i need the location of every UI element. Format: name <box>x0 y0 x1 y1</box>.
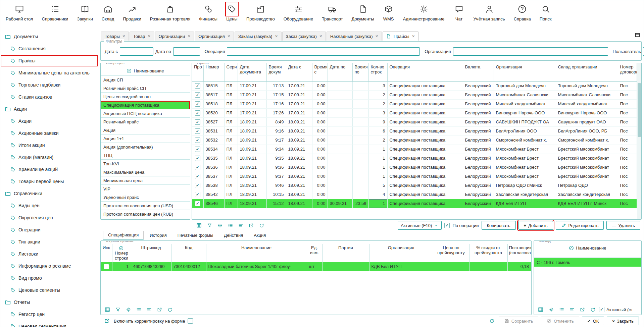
filter-icon[interactable] <box>114 306 122 314</box>
sidebar-group-0[interactable]: Документы <box>0 31 98 43</box>
document-tab-1[interactable]: Товар× <box>130 32 154 41</box>
cancel-button[interactable]: Отменить <box>541 317 579 325</box>
operation-row-9[interactable]: ТПЦ <box>101 151 190 160</box>
price-row-38535[interactable]: 38535ПЛ18.09.219:3518.09.210:001Специфик… <box>192 154 637 163</box>
sidebar-item-2-1[interactable]: Округления цен <box>0 212 98 224</box>
form-correction-icon[interactable] <box>103 317 111 325</box>
price-column-1[interactable]: Номер <box>203 63 224 81</box>
operation-row-10[interactable]: Топ-KVI <box>101 160 190 168</box>
sidebar-item-1-0[interactable]: Акции <box>0 115 98 127</box>
open-external-icon[interactable] <box>578 306 586 314</box>
top-menu-item-10[interactable]: Транспорт <box>322 3 343 21</box>
price-line-column-8[interactable]: Цена по прейскуранту <box>433 244 469 262</box>
top-menu-item-6[interactable]: Финансы <box>199 3 217 21</box>
grid-view-icon[interactable] <box>195 221 203 229</box>
detail-tab-4[interactable]: Акция <box>249 231 270 239</box>
settings-gear-icon[interactable] <box>124 306 132 314</box>
line-list-icon[interactable] <box>237 221 245 229</box>
sidebar-item-3-1[interactable]: Ценовая сегментация <box>0 320 98 327</box>
operation-row-1[interactable]: Розничный прайс СП <box>101 84 190 93</box>
top-menu-item-8[interactable]: Производство <box>246 3 275 21</box>
numbered-list-icon[interactable] <box>226 221 234 229</box>
price-column-6[interactable]: Время с <box>312 63 328 81</box>
filter-input-1[interactable] <box>173 47 200 56</box>
close-tab-icon[interactable]: × <box>228 34 230 39</box>
row-checkbox[interactable] <box>195 101 200 107</box>
warehouse-row-0[interactable]: С - 196 г. Гомель <box>534 258 641 267</box>
sidebar-group-2[interactable]: Справочники <box>0 187 98 200</box>
price-line-column-2[interactable]: Штрихкод <box>131 244 171 262</box>
price-line-column-0[interactable]: Иск <box>101 244 112 262</box>
price-column-3[interactable]: Дата документа <box>238 63 266 81</box>
price-line-column-6[interactable]: Партия <box>322 244 369 262</box>
price-column-2[interactable]: Сери <box>224 63 238 81</box>
price-row-38538[interactable]: 38538ПЛ18.09.219:4618.09.210:005Специфик… <box>192 181 637 190</box>
document-tab-2[interactable]: Организации× <box>155 32 194 41</box>
top-menu-item-12[interactable]: WMS <box>383 3 394 21</box>
sidebar-item-1-3[interactable]: Акции (магазин) <box>0 151 98 163</box>
ok-button[interactable]: ✓ ОК <box>582 317 604 325</box>
by-operation-checkbox[interactable] <box>444 223 450 228</box>
row-checkbox[interactable] <box>195 92 200 98</box>
delete-button[interactable]: — Удалить <box>606 221 640 230</box>
close-tab-icon[interactable]: × <box>412 34 415 39</box>
sidebar-item-1-2[interactable]: Итоги акции <box>0 139 98 151</box>
numbered-list-icon[interactable] <box>557 306 565 314</box>
line-list-icon[interactable] <box>145 306 153 314</box>
detail-tab-2[interactable]: Печатные формы <box>173 231 218 239</box>
refresh-icon[interactable] <box>488 317 496 325</box>
price-row-38532[interactable]: 38532ПЛ18.09.219:1718.09.210:002Специфик… <box>192 135 637 145</box>
price-column-4[interactable]: Время докум <box>266 63 286 81</box>
refresh-table-icon[interactable] <box>166 306 174 314</box>
top-menu-item-7[interactable]: Цены <box>226 3 238 21</box>
filter-input-2[interactable] <box>227 47 420 56</box>
sidebar-item-2-2[interactable]: Операции <box>0 224 98 236</box>
sidebar-group-3[interactable]: Отчеты <box>0 296 98 308</box>
refresh-table-icon[interactable] <box>257 221 265 229</box>
sidebar-item-2-4[interactable]: Листовки <box>0 248 98 260</box>
scrollbar-thumb[interactable] <box>638 83 641 137</box>
grid-view-icon[interactable] <box>537 306 545 314</box>
operation-row-3[interactable]: Спецификация поставщика <box>101 101 190 109</box>
row-checkbox[interactable] <box>195 110 200 116</box>
price-line-column-3[interactable]: Код <box>171 244 206 262</box>
open-external-icon[interactable] <box>155 306 163 314</box>
close-tab-icon[interactable]: × <box>376 34 378 39</box>
price-line-column-9[interactable]: % скидки от прейскуранта <box>469 244 507 262</box>
settings-gear-icon[interactable] <box>216 221 224 229</box>
operation-row-0[interactable]: Акция СП <box>101 76 190 84</box>
price-row-38546[interactable]: 38546ПЛ18.09.2115:1218.09.210:0030.09.21… <box>192 199 637 208</box>
price-line-column-7[interactable]: Организация <box>369 244 433 262</box>
price-row-38542[interactable]: 38542ПЛ18.09.2110:1518.09.210:004Специфи… <box>192 190 637 199</box>
operation-row-8[interactable]: Акция (дополнительная) <box>101 143 190 151</box>
document-tab-4[interactable]: Заказы (закупка)× <box>235 32 282 41</box>
operation-row-16[interactable]: Протокол согласования цен (RUB) <box>101 210 190 218</box>
row-checkbox[interactable] <box>195 138 200 143</box>
document-tab-5[interactable]: Заказ (закупка)× <box>282 32 326 41</box>
top-menu-item-16[interactable]: Справка <box>514 3 531 21</box>
close-tab-icon[interactable]: × <box>122 34 125 39</box>
top-menu-item-2[interactable]: Закупки <box>77 3 93 21</box>
sidebar-item-1-4[interactable]: Хранилище акций <box>0 163 98 175</box>
price-row-38527[interactable]: 38527ПЛ18.09.218:4918.09.210:009Специфик… <box>192 117 637 126</box>
top-menu-item-13[interactable]: Администрирование <box>403 3 445 21</box>
sidebar-item-2-3[interactable]: Тип акции <box>0 236 98 248</box>
price-line-column-5[interactable]: Ед. изм. <box>307 244 322 262</box>
row-checkbox[interactable] <box>195 156 200 161</box>
close-tab-icon[interactable]: × <box>275 34 278 39</box>
row-checkbox[interactable] <box>195 128 200 134</box>
operation-row-2[interactable]: Цены со скидкой за опт <box>101 93 190 101</box>
add-button[interactable]: + Добавить <box>518 221 553 230</box>
top-menu-item-9[interactable]: Оборудование <box>284 3 313 21</box>
detail-tab-3[interactable]: Действия <box>219 231 248 239</box>
row-checkbox[interactable] <box>195 183 200 188</box>
row-checkbox[interactable] <box>195 201 200 206</box>
sidebar-item-0-4[interactable]: Ставки акцизов <box>0 91 98 103</box>
warehouse-active-checkbox[interactable] <box>599 307 604 312</box>
edit-button[interactable]: Редактировать <box>556 221 604 230</box>
sidebar-item-2-7[interactable]: Ценовые сегменты <box>0 284 98 296</box>
copy-button[interactable]: Копировать <box>482 221 516 230</box>
price-column-14[interactable]: Номер договора <box>618 63 637 81</box>
sidebar-item-0-0[interactable]: Соглашения <box>0 43 98 55</box>
top-menu-item-5[interactable]: Розничная торговля <box>150 3 191 21</box>
